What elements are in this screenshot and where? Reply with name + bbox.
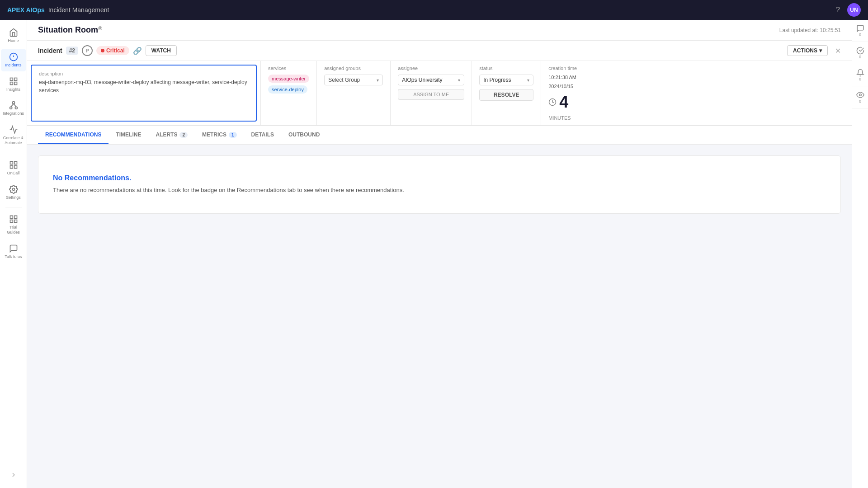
trial-guides-icon	[9, 215, 18, 224]
sidebar-item-home-label: Home	[8, 38, 19, 43]
priority-badge: P	[82, 45, 93, 56]
app-title: Incident Management	[48, 6, 109, 14]
creation-time-value: 10:21:38 AM	[548, 75, 606, 80]
svg-rect-19	[10, 220, 13, 223]
right-panel: 0 0 0 0	[852, 20, 868, 488]
top-navigation: APEX AIOps Incident Management ? UN	[0, 0, 868, 20]
tab-recommendations[interactable]: RECOMMENDATIONS	[38, 126, 108, 144]
group-select-dropdown[interactable]: Select Group ▾	[324, 75, 383, 85]
description-label: description	[39, 71, 249, 76]
right-panel-comments[interactable]: 0	[852, 20, 868, 42]
actions-button[interactable]: ACTIONS ▾	[787, 45, 828, 56]
assignee-value: AIOps University	[402, 77, 442, 83]
sidebar-item-talk-to-us[interactable]: Talk to us	[1, 240, 26, 263]
metrics-badge: 1	[229, 132, 237, 138]
svg-line-10	[11, 104, 14, 107]
svg-point-9	[15, 107, 17, 109]
chevron-down-icon: ▾	[377, 78, 379, 83]
list-item: message-writer	[268, 75, 309, 84]
main-layout: Home Incidents Insights Integrat	[0, 20, 868, 488]
nav-brand-area: APEX AIOps Incident Management	[7, 6, 109, 14]
watch-button[interactable]: WATCH	[146, 45, 177, 56]
svg-rect-17	[10, 216, 13, 219]
description-panel: description eaj-damenport-mq-03, message…	[31, 65, 257, 122]
last-updated: Last updated at: 10:25:51	[779, 27, 841, 33]
view-count: 0	[859, 99, 861, 103]
critical-dot	[101, 49, 104, 52]
insights-icon	[9, 77, 18, 86]
svg-rect-4	[14, 78, 17, 80]
tab-timeline[interactable]: TIMELINE	[108, 126, 148, 144]
svg-rect-3	[10, 78, 13, 80]
right-panel-alerts[interactable]: 0	[852, 64, 868, 86]
sidebar-item-home[interactable]: Home	[1, 24, 26, 47]
description-text: eaj-damenport-mq-03, message-writer-depl…	[39, 78, 249, 94]
tab-outbound[interactable]: OUTBOUND	[281, 126, 327, 144]
user-avatar[interactable]: UN	[847, 3, 861, 17]
assignee-section: assignee AIOps University ▾ ASSIGN TO ME	[390, 61, 472, 125]
incident-right: ACTIONS ▾ ✕	[787, 45, 841, 56]
brand-name: APEX AIOps	[7, 6, 45, 14]
group-select-value: Select Group	[328, 77, 360, 83]
eye-icon	[856, 91, 864, 99]
services-label: services	[268, 66, 309, 71]
sidebar-divider-2	[5, 207, 22, 207]
comments-count: 0	[859, 33, 861, 37]
svg-point-7	[12, 102, 14, 104]
settings-icon	[9, 185, 18, 194]
creation-time-label: creation time	[548, 66, 606, 71]
no-recommendations-text: There are no recommendations at this tim…	[53, 186, 826, 195]
content-area: Situation Room® Last updated at: 10:25:5…	[27, 20, 852, 488]
assigned-groups-section: assigned groups Select Group ▾	[316, 61, 390, 125]
minutes-label: MINUTES	[548, 115, 606, 121]
home-icon	[9, 28, 18, 37]
page-header: Situation Room® Last updated at: 10:25:5…	[27, 20, 852, 41]
creation-time-section: creation time 10:21:38 AM 2024/10/15 4 M…	[541, 61, 613, 125]
minutes-number: 4	[559, 93, 568, 112]
right-panel-check[interactable]: 0	[852, 42, 868, 64]
sidebar-item-incidents[interactable]: Incidents	[1, 49, 26, 71]
assign-to-me-button[interactable]: ASSIGN TO ME	[398, 89, 464, 100]
tab-alerts[interactable]: ALERTS 2	[148, 126, 195, 144]
svg-point-16	[12, 188, 14, 190]
help-icon[interactable]: ?	[836, 6, 840, 14]
status-select-dropdown[interactable]: In Progress ▾	[479, 75, 533, 85]
right-panel-view[interactable]: 0	[852, 86, 868, 108]
assignee-select-dropdown[interactable]: AIOps University ▾	[398, 75, 464, 85]
close-incident-button[interactable]: ✕	[835, 47, 841, 55]
sidebar-item-oncall[interactable]: OnCall	[1, 157, 26, 179]
tab-metrics[interactable]: METRICS 1	[195, 126, 244, 144]
incident-number-badge: #2	[66, 47, 78, 55]
service-tag-service-deploy[interactable]: service-deploy	[268, 85, 307, 94]
incident-bar: Incident #2 P Critical 🔗 WATCH ACTIONS ▾	[27, 41, 852, 61]
correlate-icon	[9, 125, 18, 134]
svg-point-8	[9, 107, 12, 109]
assignee-label: assignee	[398, 66, 464, 71]
check-count: 0	[859, 55, 861, 59]
sidebar-expand-button[interactable]	[6, 468, 21, 483]
sidebar-item-insights[interactable]: Insights	[1, 73, 26, 96]
svg-rect-18	[14, 216, 17, 219]
comment-icon	[856, 24, 864, 33]
sidebar-item-integrations[interactable]: Integrations	[1, 97, 26, 120]
no-recommendations-title: No Recommendations.	[53, 174, 826, 182]
service-tag-message-writer[interactable]: message-writer	[268, 75, 309, 83]
assigned-groups-label: assigned groups	[324, 66, 383, 71]
tab-details[interactable]: DETAILS	[244, 126, 281, 144]
sidebar-item-correlate[interactable]: Correlate & Automate	[1, 122, 26, 149]
sidebar: Home Incidents Insights Integrat	[0, 20, 27, 488]
sidebar-item-correlate-label: Correlate & Automate	[3, 136, 24, 145]
bell-icon	[856, 69, 864, 77]
resolve-button[interactable]: RESOLVE	[479, 89, 533, 101]
talk-to-us-icon	[9, 244, 18, 253]
sidebar-item-trial-guides[interactable]: Trial Guides	[1, 211, 26, 239]
sidebar-item-settings[interactable]: Settings	[1, 181, 26, 204]
svg-rect-20	[14, 220, 17, 223]
creation-date-value: 2024/10/15	[548, 84, 606, 89]
sidebar-item-incidents-label: Incidents	[5, 63, 21, 68]
link-icon[interactable]: 🔗	[133, 47, 142, 55]
no-recommendations-panel: No Recommendations. There are no recomme…	[38, 155, 841, 214]
services-list: message-writer service-deploy	[268, 75, 309, 94]
clock-icon	[548, 98, 557, 106]
alerts-badge: 2	[179, 132, 188, 138]
